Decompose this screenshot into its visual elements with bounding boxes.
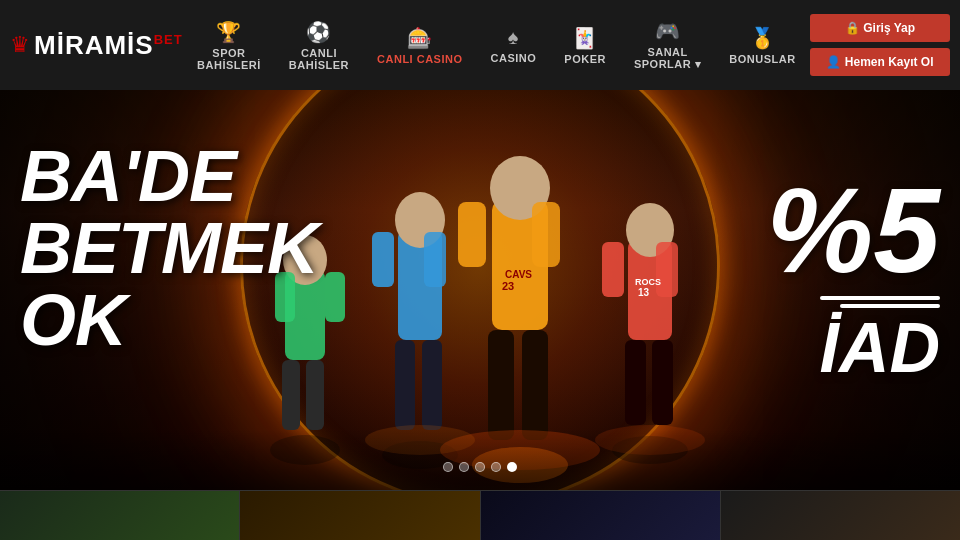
- nav-label-canli_casino: CANLI CASINO: [377, 53, 462, 65]
- nav-icon-canli_casino: 🎰: [407, 26, 433, 50]
- logo-bet: BET: [154, 32, 183, 47]
- dot-1[interactable]: [443, 462, 453, 472]
- svg-rect-20: [532, 202, 560, 267]
- nav-icon-sanal: 🎮: [655, 19, 681, 43]
- hero-line-2: BETMEK: [20, 212, 318, 284]
- svg-rect-10: [395, 340, 415, 430]
- svg-rect-19: [458, 202, 486, 267]
- header: ♛ MİRAMİSBET 🏆SPOR BAHİSLERİ⚽CANLI BAHİS…: [0, 0, 960, 90]
- nav-icon-poker: 🃏: [572, 26, 598, 50]
- nav-item-sanal[interactable]: 🎮SANAL SPORLAR ▾: [620, 13, 715, 77]
- dot-4[interactable]: [491, 462, 501, 472]
- preview-item-3[interactable]: [481, 491, 721, 540]
- nav-icon-spor: 🏆: [216, 20, 242, 44]
- nav-item-canli_casino[interactable]: 🎰CANLI CASINO: [363, 20, 476, 71]
- slider-dots: [443, 462, 517, 472]
- auth-area: 🔒 Giriş Yap 👤 Hemen Kayıt Ol: [810, 14, 950, 76]
- hero-percent: %5: [767, 170, 940, 290]
- hero-line-1: BA'DE: [20, 140, 318, 212]
- preview-item-4[interactable]: [721, 491, 960, 540]
- svg-rect-3: [282, 360, 300, 430]
- nav-label-casino: CASINO: [491, 52, 537, 64]
- nav-label-sanal: SANAL SPORLAR ▾: [634, 46, 701, 71]
- logo[interactable]: ♛ MİRAMİSBET: [10, 30, 183, 61]
- svg-rect-26: [625, 340, 646, 425]
- svg-rect-11: [422, 340, 442, 430]
- nav-item-bonuslar[interactable]: 🥇BONUSLAR: [715, 20, 809, 71]
- nav-label-poker: POKER: [564, 53, 606, 65]
- hero-text-right: %5 İAD: [747, 170, 960, 388]
- nav-bar: 🏆SPOR BAHİSLERİ⚽CANLI BAHİSLER🎰CANLI CAS…: [183, 13, 810, 77]
- crown-icon: ♛: [10, 32, 30, 58]
- nav-item-spor[interactable]: 🏆SPOR BAHİSLERİ: [183, 14, 275, 77]
- deco-line-1: [820, 296, 940, 300]
- login-button[interactable]: 🔒 Giriş Yap: [810, 14, 950, 42]
- deco-lines: [767, 296, 940, 308]
- nav-icon-canli_bahis: ⚽: [306, 20, 332, 44]
- nav-icon-bonuslar: 🥇: [750, 26, 776, 50]
- preview-item-1[interactable]: [0, 491, 240, 540]
- dot-3[interactable]: [475, 462, 485, 472]
- svg-rect-13: [424, 232, 446, 287]
- nav-label-spor: SPOR BAHİSLERİ: [197, 47, 261, 71]
- svg-text:CAVS: CAVS: [505, 269, 532, 280]
- svg-rect-27: [652, 340, 673, 425]
- svg-rect-18: [522, 330, 548, 440]
- dot-5[interactable]: [507, 462, 517, 472]
- svg-text:23: 23: [502, 280, 514, 292]
- svg-rect-17: [488, 330, 514, 440]
- hero-text-left: BA'DE BETMEK OK: [0, 140, 338, 356]
- nav-item-canli_bahis[interactable]: ⚽CANLI BAHİSLER: [275, 14, 363, 77]
- svg-rect-29: [656, 242, 678, 297]
- hero-line-3: OK: [20, 284, 318, 356]
- hero-banner: CAVS 23 ROCS 13 BA'DE BETMEK OK %5: [0, 90, 960, 490]
- nav-item-poker[interactable]: 🃏POKER: [550, 20, 620, 71]
- svg-text:ROCS: ROCS: [635, 277, 661, 287]
- nav-label-bonuslar: BONUSLAR: [729, 53, 795, 65]
- dot-2[interactable]: [459, 462, 469, 472]
- nav-item-casino[interactable]: ♠CASINO: [477, 20, 551, 70]
- logo-text: MİRAMİSBET: [34, 30, 183, 61]
- preview-strip: [0, 490, 960, 540]
- nav-icon-casino: ♠: [508, 26, 519, 49]
- svg-rect-4: [306, 360, 324, 430]
- hero-iade: İAD: [767, 308, 940, 388]
- preview-item-2[interactable]: [240, 491, 480, 540]
- svg-rect-28: [602, 242, 624, 297]
- register-button[interactable]: 👤 Hemen Kayıt Ol: [810, 48, 950, 76]
- svg-rect-12: [372, 232, 394, 287]
- svg-text:13: 13: [638, 287, 650, 298]
- nav-label-canli_bahis: CANLI BAHİSLER: [289, 47, 349, 71]
